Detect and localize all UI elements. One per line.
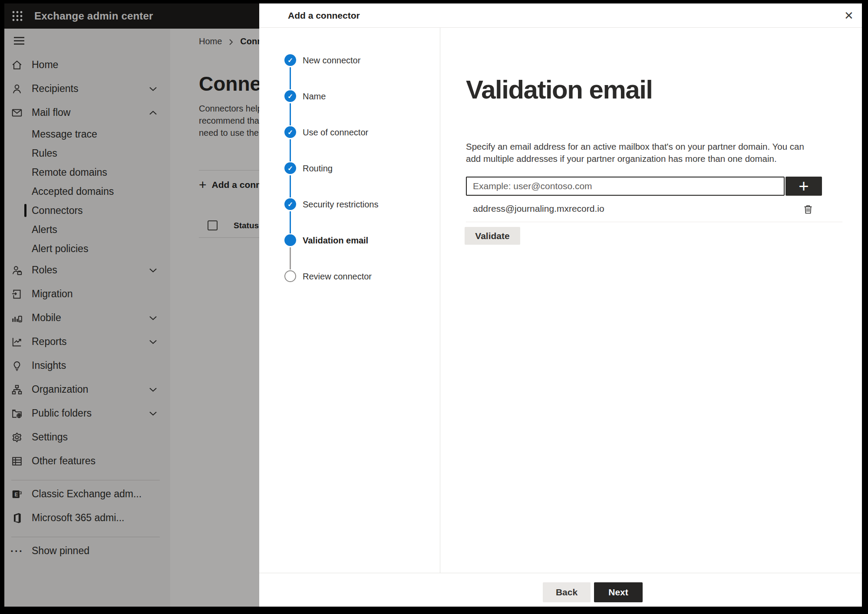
back-button[interactable]: Back: [543, 582, 591, 602]
validate-button[interactable]: Validate: [465, 227, 520, 245]
step-current-icon: [284, 234, 296, 246]
step-connector-line: [290, 175, 291, 197]
delete-address-button[interactable]: [799, 200, 818, 219]
step-complete-icon: ✓: [284, 90, 296, 102]
step-connector-line: [290, 247, 291, 269]
step-connector-line: [290, 139, 291, 161]
plus-icon: +: [799, 177, 809, 196]
step-complete-icon: ✓: [284, 54, 296, 66]
step-upcoming-icon: [284, 270, 296, 282]
close-icon[interactable]: ✕: [839, 6, 858, 25]
exchange-admin-window: Exchange admin center Home Recipients: [4, 3, 862, 607]
step-name[interactable]: Name: [303, 91, 326, 102]
trash-icon: [803, 204, 813, 214]
panel-header: Add a connector ✕: [259, 3, 862, 28]
step-security-restrictions[interactable]: Security restrictions: [303, 199, 379, 210]
step-connector-line: [290, 211, 291, 233]
step-routing[interactable]: Routing: [303, 163, 333, 174]
add-connector-panel: Add a connector ✕ ✓ ✓ ✓ ✓ ✓ New connecto…: [259, 3, 862, 607]
next-button[interactable]: Next: [594, 582, 643, 602]
panel-title: Add a connector: [288, 3, 360, 28]
step-use-of-connector[interactable]: Use of connector: [303, 127, 368, 138]
panel-footer: Back Next: [259, 573, 862, 607]
step-heading: Validation email: [466, 75, 653, 105]
wizard-steps: ✓ ✓ ✓ ✓ ✓ New connector Name Use of conn…: [259, 28, 440, 573]
step-review-connector[interactable]: Review connector: [303, 271, 372, 282]
step-connector-line: [290, 67, 291, 89]
step-description: Specify an email address for an active m…: [466, 141, 809, 165]
add-email-button[interactable]: +: [785, 177, 822, 196]
step-connector-line: [290, 103, 291, 125]
step-complete-icon: ✓: [284, 198, 296, 210]
email-address-value: address@journaling.mxrecord.io: [473, 196, 604, 222]
email-address-input[interactable]: [466, 177, 785, 196]
email-address-row: address@journaling.mxrecord.io: [466, 196, 842, 222]
step-content: Validation email Specify an email addres…: [440, 28, 862, 573]
step-validation-email[interactable]: Validation email: [303, 235, 368, 246]
panel-body: ✓ ✓ ✓ ✓ ✓ New connector Name Use of conn…: [259, 28, 862, 573]
step-new-connector[interactable]: New connector: [303, 55, 360, 66]
step-complete-icon: ✓: [284, 162, 296, 174]
step-complete-icon: ✓: [284, 126, 296, 138]
